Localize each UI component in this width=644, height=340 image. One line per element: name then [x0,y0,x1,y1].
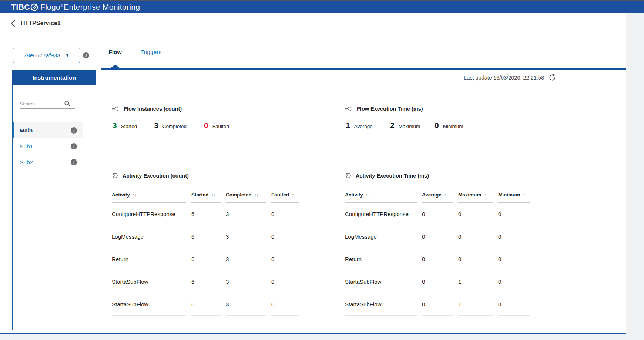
info-icon[interactable]: i [71,143,77,149]
flow-sidebar: Main i Sub1 i Sub2 i [13,85,83,330]
table-cell: 0 [458,203,493,225]
brand-product-text: Flogo [40,3,60,11]
sort-icon[interactable]: ↑↓ [366,192,370,198]
column-label: Average [422,192,442,198]
table-cell: 3 [226,225,266,248]
refresh-icon[interactable] [549,74,556,81]
table-cell: 0 [422,225,453,248]
table-cell: 0 [422,203,453,225]
column-header-activity[interactable]: Activity↑↓ [345,192,417,203]
activity-time-title: Activity Execution Time (ms) [345,172,429,179]
stat-minimum: 0 Minimum [435,121,463,130]
table-cell: 3 [226,270,266,293]
flow-time-stats: 1 Average 2 Maximum 0 Minimum [346,121,463,130]
table-cell: 3 [226,293,266,316]
back-icon[interactable] [8,18,18,28]
tibco-globe-icon [30,3,38,11]
column-label: Faulted [271,192,289,198]
column-header-minimum[interactable]: Minimum↑↓ [498,192,530,203]
branch-icon [345,105,353,112]
brand-suffix-text: Enterprise Monitoring [64,3,140,11]
flow-name: Sub2 [20,159,33,166]
stat-started: 3 Started [113,121,154,130]
column-header-faulted[interactable]: Faulted↑↓ [271,192,299,203]
table-cell: 6 [191,203,221,225]
stat-faulted: 0 Faulted [204,121,229,130]
search-icon[interactable] [64,100,71,107]
column-header-completed[interactable]: Completed↑↓ [226,192,266,203]
flow-id-value: 78e6677af933 [23,52,60,59]
app-window: TIBC Flogo® Enterprise Monitoring HTTPSe… [0,0,644,340]
section-title-text: Flow Instances (count) [124,106,182,112]
sort-icon[interactable]: ↑↓ [133,192,137,198]
app-header: TIBC Flogo® Enterprise Monitoring [0,1,644,13]
section-title-text: Activity Execution (count) [123,173,189,179]
table-cell: 1 [458,293,493,316]
column-header-started[interactable]: Started↑↓ [191,192,221,203]
table-cell: 0 [271,270,299,293]
section-title-text: Flow Execution Time (ms) [357,106,423,112]
stat-value: 2 [390,121,395,130]
tab-underline [101,68,626,70]
brand-tibco-text: TIBC [11,3,30,11]
stat-completed: 3 Completed [154,121,204,130]
column-header-maximum[interactable]: Maximum↑↓ [458,192,493,203]
info-icon[interactable]: i [71,127,77,134]
last-update: Last update 16/03/2020, 22:21:58 [464,74,556,81]
sort-icon[interactable]: ↑↓ [484,192,488,198]
sidebar-item-sub1[interactable]: Sub1 i [13,138,83,154]
search-input[interactable] [20,101,64,107]
table-cell: 6 [191,225,221,248]
table-cell: 0 [271,203,299,225]
column-label: Activity [345,192,363,198]
table-cell: 3 [226,248,266,270]
table-cell: 0 [498,293,530,316]
table-cell: 6 [191,293,221,316]
table-cell: ConfigureHTTPResponse [345,203,417,225]
table-cell: Return [345,248,417,270]
table-cell: 6 [191,270,221,293]
sort-icon[interactable]: ↑↓ [292,192,296,198]
tab-flow[interactable]: Flow [105,49,125,55]
activity-count-table: Activity↑↓ Started↑↓ Completed↑↓ Faulted… [112,192,304,316]
table-cell: 0 [422,270,453,293]
flow-id-dropdown[interactable]: 78e6677af933 ▼ [13,48,80,63]
stat-value: 0 [435,121,439,130]
table-cell: 0 [458,225,493,248]
column-header-average[interactable]: Average↑↓ [422,192,453,203]
flow-instances-stats: 3 Started 3 Completed 0 Faulted [113,121,229,130]
info-icon[interactable]: i [83,52,89,58]
stat-label: Faulted [212,124,229,129]
sidebar-item-main[interactable]: Main i [13,122,83,138]
table-cell: ConfigureHTTPResponse [112,203,186,225]
sidebar-item-sub2[interactable]: Sub2 i [13,154,83,170]
column-label: Minimum [498,192,520,198]
sort-icon[interactable]: ↑↓ [211,192,215,198]
stat-label: Started [121,124,137,129]
column-label: Activity [112,192,130,198]
table-cell: 6 [191,248,221,270]
activity-time-table: Activity↑↓ Average↑↓ Maximum↑↓ Minimum↑↓… [345,192,536,316]
sort-icon[interactable]: ↑↓ [444,192,448,198]
sort-icon[interactable]: ↑↓ [254,192,258,198]
table-cell: 0 [271,293,299,316]
breadcrumb: HTTPService1 [0,13,644,33]
stat-average: 1 Average [346,121,390,130]
bottom-gutter [0,334,644,340]
stat-value: 3 [154,121,158,130]
tab-triggers[interactable]: Triggers [138,49,164,55]
activity-icon [345,172,352,179]
info-icon[interactable]: i [71,159,77,165]
table-cell: 0 [498,248,530,270]
sort-icon[interactable]: ↑↓ [523,192,527,198]
brand-logo: TIBC Flogo® Enterprise Monitoring [11,3,140,11]
instrumentation-panel: Main i Sub1 i Sub2 i [12,85,564,330]
table-cell: 0 [422,293,453,316]
activity-icon [112,172,119,179]
table-cell: StartaSubFlow1 [112,293,186,316]
tab-instrumentation[interactable]: Instrumentation [12,70,96,85]
column-header-activity[interactable]: Activity↑↓ [112,192,186,203]
flow-time-title: Flow Execution Time (ms) [345,105,423,112]
table-cell: 0 [498,203,530,225]
flow-list: Main i Sub1 i Sub2 i [13,122,83,170]
